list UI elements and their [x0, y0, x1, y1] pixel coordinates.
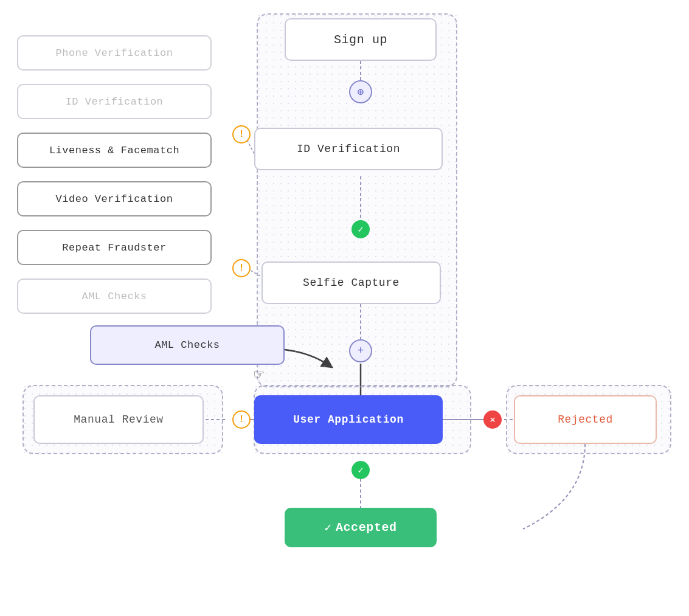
aml-ghost-label: AML Checks: [81, 291, 147, 302]
user-application-label: User Application: [293, 414, 403, 426]
signup-label: Sign up: [334, 33, 387, 47]
video-verification-label: Video Verification: [56, 193, 173, 205]
manual-review-node[interactable]: Manual Review: [33, 395, 204, 444]
check-icon: ✓: [358, 223, 364, 235]
main-flow-container: [257, 13, 457, 387]
rejected-node[interactable]: Rejected: [514, 395, 657, 444]
crosshair-icon: ⊕: [358, 85, 364, 99]
warning-icon: !: [238, 129, 244, 140]
aml-dragging-label: AML Checks: [154, 339, 220, 351]
id-verification-warning-badge: !: [232, 125, 251, 144]
selfie-capture-label: Selfie Capture: [303, 277, 400, 289]
warning-icon-2: !: [238, 263, 244, 274]
selfie-warning-badge: !: [232, 259, 251, 277]
check-icon-2: ✓: [358, 464, 364, 476]
manual-review-label: Manual Review: [74, 414, 163, 426]
user-app-success-badge: ✓: [351, 461, 370, 479]
sidebar-repeat-fraudster[interactable]: Repeat Fraudster: [17, 230, 212, 265]
accepted-check-icon: ✓: [324, 520, 332, 535]
sidebar-video-verification[interactable]: Video Verification: [17, 181, 212, 216]
signup-node[interactable]: Sign up: [285, 18, 437, 61]
sidebar-id-verification[interactable]: ID Verification: [17, 84, 212, 119]
liveness-label: Liveness & Facematch: [49, 145, 179, 156]
id-verification-label: ID Verification: [297, 143, 400, 155]
error-icon: ✕: [490, 414, 496, 426]
id-verification-sidebar-label: ID Verification: [66, 96, 164, 108]
accepted-label: Accepted: [336, 521, 397, 535]
accepted-node[interactable]: ✓ Accepted: [285, 508, 437, 547]
repeat-fraudster-label: Repeat Fraudster: [62, 242, 166, 254]
user-application-node[interactable]: User Application: [254, 395, 443, 444]
sidebar-liveness-facematch[interactable]: Liveness & Facematch: [17, 133, 212, 168]
workflow-canvas: Sign up ⊕ ID Verification ✓ ! Selfie Cap…: [0, 0, 689, 616]
sidebar-phone-verification[interactable]: Phone Verification: [17, 35, 212, 71]
id-verification-success-badge: ✓: [351, 220, 370, 238]
phone-verification-label: Phone Verification: [56, 47, 173, 59]
user-app-warning-badge: !: [232, 410, 251, 429]
selfie-capture-node[interactable]: Selfie Capture: [261, 261, 441, 304]
sidebar-aml-dragging[interactable]: AML Checks: [90, 325, 285, 365]
rejected-label: Rejected: [558, 414, 613, 426]
add-step-btn-1[interactable]: ⊕: [349, 80, 372, 103]
plus-icon: +: [358, 345, 364, 357]
sidebar-aml-ghost[interactable]: AML Checks: [17, 279, 212, 314]
id-verification-node[interactable]: ID Verification: [254, 128, 443, 170]
warning-icon-3: !: [238, 414, 244, 425]
add-step-btn-2[interactable]: +: [349, 339, 372, 362]
user-app-error-badge: ✕: [483, 410, 502, 429]
